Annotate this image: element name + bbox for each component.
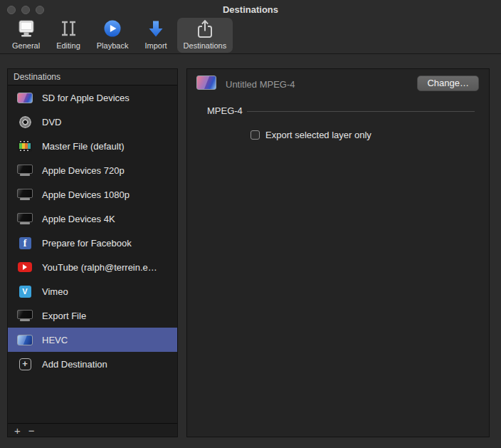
remove-destination-button[interactable]: − [28, 425, 35, 436]
tab-label: Import [144, 41, 167, 50]
list-item-sd-for-apple-devices[interactable]: SD for Apple Devices [8, 85, 177, 110]
mpeg4-screen-icon [196, 75, 216, 90]
tv-icon [16, 189, 33, 201]
list-item-apple-devices-720p[interactable]: Apple Devices 720p [8, 158, 177, 182]
tab-playback[interactable]: Playback [90, 18, 135, 53]
tab-label: Editing [56, 41, 80, 50]
tab-import[interactable]: Import [138, 18, 173, 53]
title-bar: Destinations [0, 0, 501, 19]
list-item-hevc[interactable]: HEVC [8, 328, 177, 352]
list-item-apple-devices-4k[interactable]: Apple Devices 4K [8, 207, 177, 231]
add-destination-button[interactable]: + [14, 425, 21, 436]
format-label: MPEG-4 [207, 105, 243, 116]
list-item-export-file[interactable]: Export File [8, 303, 177, 328]
change-button[interactable]: Change… [417, 75, 479, 91]
tv-icon [16, 310, 33, 322]
separator-line [247, 111, 475, 112]
destinations-list-pane: Destinations SD for Apple Devices DVD [7, 68, 178, 437]
vimeo-icon: V [16, 286, 33, 298]
list-item-prepare-for-facebook[interactable]: f Prepare for Facebook [8, 231, 177, 255]
export-selected-layer-checkbox[interactable] [250, 130, 260, 140]
tv-icon [16, 165, 33, 177]
play-triangle [23, 264, 27, 270]
window-title: Destinations [0, 4, 501, 15]
share-icon [194, 19, 216, 41]
destinations-preferences-window: Destinations General Editing [0, 0, 501, 448]
tv-icon [16, 213, 33, 225]
destinations-list: SD for Apple Devices DVD [8, 85, 177, 423]
destination-detail-pane: Untitled MPEG-4 Change… MPEG-4 Export se… [186, 68, 490, 437]
list-item-master-file[interactable]: Master File (default) [8, 134, 177, 158]
list-item-apple-devices-1080p[interactable]: Apple Devices 1080p [8, 182, 177, 207]
film-strip-icon [16, 140, 33, 152]
sd-screen-icon [16, 93, 33, 103]
display-icon [16, 19, 37, 41]
tab-label: Destinations [184, 41, 227, 50]
list-footer: + − [8, 423, 177, 437]
toolbar-divider [0, 53, 501, 54]
destination-name: Untitled MPEG-4 [226, 79, 295, 90]
facebook-icon: f [16, 237, 33, 249]
editing-trim-icon [58, 19, 79, 41]
tab-editing[interactable]: Editing [50, 18, 87, 53]
hevc-screen-icon [16, 335, 33, 345]
dvd-disc-icon [16, 116, 33, 128]
add-plus-icon: + [16, 358, 33, 370]
play-circle-icon [102, 19, 123, 41]
tab-general[interactable]: General [6, 18, 46, 53]
list-item-add-destination[interactable]: + Add Destination [8, 352, 177, 376]
list-header: Destinations [8, 69, 177, 85]
list-item-vimeo[interactable]: V Vimeo [8, 279, 177, 303]
list-item-dvd[interactable]: DVD [8, 110, 177, 134]
checkbox-label: Export selected layer only [265, 130, 371, 140]
tab-label: Playback [97, 41, 129, 50]
tab-destinations[interactable]: Destinations [177, 18, 233, 53]
preferences-toolbar: General Editing Playback [6, 18, 233, 53]
down-arrow-icon [145, 19, 167, 41]
list-item-youtube[interactable]: YouTube (ralph@terrein.e… [8, 255, 177, 279]
youtube-icon [16, 262, 33, 272]
tab-label: General [12, 41, 40, 50]
